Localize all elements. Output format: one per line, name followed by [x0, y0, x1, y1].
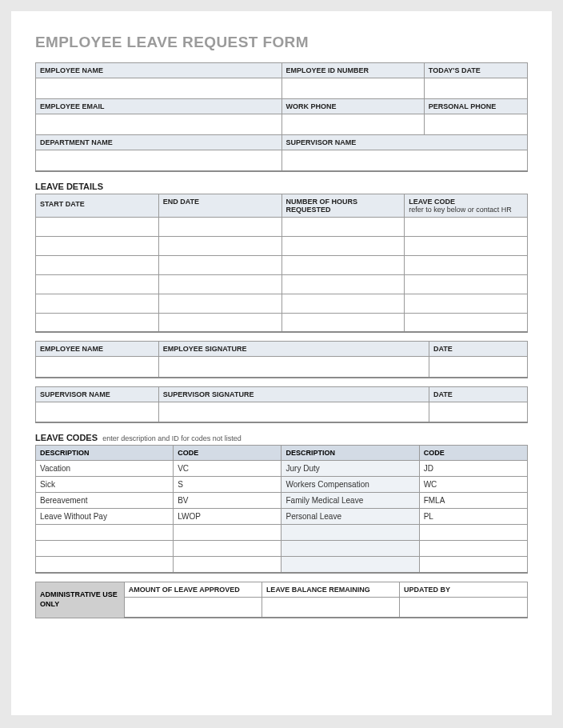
field-employee-email[interactable]	[36, 114, 282, 135]
code-code-cell[interactable]	[419, 557, 527, 573]
code-desc-cell[interactable]	[36, 525, 174, 541]
leave-row-cell[interactable]	[158, 217, 282, 236]
header-code-1: CODE	[174, 446, 282, 461]
label-department-name: DEPARTMENT NAME	[36, 135, 282, 150]
code-code-cell[interactable]	[174, 525, 282, 541]
leave-row-cell[interactable]	[36, 255, 159, 274]
form-title: EMPLOYEE LEAVE REQUEST FORM	[35, 34, 528, 51]
field-department-name[interactable]	[36, 150, 282, 171]
code-desc-cell[interactable]: Workers Compensation	[282, 477, 419, 493]
code-desc-cell[interactable]	[282, 541, 419, 557]
code-desc-cell[interactable]: Sick	[36, 477, 174, 493]
code-code-cell[interactable]: S	[174, 477, 282, 493]
employee-signature-table: EMPLOYEE NAME EMPLOYEE SIGNATURE DATE	[35, 341, 528, 378]
field-sup-name-sig[interactable]	[36, 402, 159, 422]
header-leave-code: LEAVE CODE refer to key below or contact…	[405, 194, 528, 217]
label-amount-approved: AMOUNT OF LEAVE APPROVED	[124, 582, 262, 597]
code-code-cell[interactable]: VC	[174, 461, 282, 477]
field-balance-remaining[interactable]	[262, 597, 399, 618]
label-employee-email: EMPLOYEE EMAIL	[36, 99, 282, 114]
leave-row-cell[interactable]	[36, 313, 159, 332]
code-code-cell[interactable]	[174, 557, 282, 573]
leave-row-cell[interactable]	[282, 313, 405, 332]
label-supervisor-name: SUPERVISOR NAME	[282, 135, 528, 150]
label-admin-use-only: ADMINISTRATIVE USE ONLY	[36, 582, 125, 618]
supervisor-signature-table: SUPERVISOR NAME SUPERVISOR SIGNATURE DAT…	[35, 386, 528, 424]
label-emp-sig-date: DATE	[429, 342, 528, 357]
leave-row-cell[interactable]	[36, 236, 159, 255]
field-employee-name[interactable]	[36, 78, 282, 99]
field-amount-approved[interactable]	[124, 597, 262, 618]
leave-row-cell[interactable]	[282, 217, 405, 236]
code-code-cell[interactable]	[419, 525, 527, 541]
leave-row-cell[interactable]	[36, 274, 159, 294]
code-code-cell[interactable]: FMLA	[419, 493, 527, 509]
label-emp-name-sig: EMPLOYEE NAME	[36, 342, 159, 357]
field-personal-phone[interactable]	[424, 114, 527, 135]
label-balance-remaining: LEAVE BALANCE REMAINING	[262, 582, 399, 597]
header-hours-requested: NUMBER OF HOURS REQUESTED	[282, 194, 405, 217]
leave-row-cell[interactable]	[158, 255, 282, 274]
code-desc-cell[interactable]: Family Medical Leave	[282, 493, 419, 509]
code-code-cell[interactable]: WC	[419, 477, 527, 493]
leave-row-cell[interactable]	[282, 236, 405, 255]
leave-codes-hint: enter description and ID for codes not l…	[102, 434, 242, 442]
leave-row-cell[interactable]	[405, 313, 528, 332]
code-desc-cell[interactable]	[36, 557, 174, 573]
field-sup-signature[interactable]	[158, 402, 429, 422]
label-work-phone: WORK PHONE	[282, 99, 424, 114]
leave-row-cell[interactable]	[282, 274, 405, 294]
field-sup-sig-date[interactable]	[429, 402, 528, 422]
code-desc-cell[interactable]	[36, 541, 174, 557]
code-desc-cell[interactable]	[282, 525, 419, 541]
code-desc-cell[interactable]: Jury Duty	[282, 461, 419, 477]
leave-details-table: START DATE END DATE NUMBER OF HOURS REQU…	[35, 194, 528, 334]
code-code-cell[interactable]: JD	[419, 461, 527, 477]
code-desc-cell[interactable]	[282, 557, 419, 573]
leave-row-cell[interactable]	[405, 217, 528, 236]
label-todays-date: TODAY'S DATE	[424, 63, 527, 78]
employee-info-table: EMPLOYEE NAME EMPLOYEE ID NUMBER TODAY'S…	[35, 62, 528, 172]
field-todays-date[interactable]	[424, 78, 527, 99]
leave-row-cell[interactable]	[158, 294, 282, 313]
label-personal-phone: PERSONAL PHONE	[424, 99, 527, 114]
section-leave-details-title: LEAVE DETAILS	[35, 182, 528, 191]
leave-row-cell[interactable]	[158, 236, 282, 255]
field-supervisor-name[interactable]	[282, 150, 528, 171]
field-updated-by[interactable]	[400, 597, 528, 618]
code-code-cell[interactable]: LWOP	[174, 509, 282, 525]
label-employee-name: EMPLOYEE NAME	[36, 63, 282, 78]
leave-row-cell[interactable]	[405, 236, 528, 255]
header-leave-code-label: LEAVE CODE	[409, 198, 455, 206]
leave-row-cell[interactable]	[158, 274, 282, 294]
field-emp-sig-date[interactable]	[429, 357, 528, 378]
leave-row-cell[interactable]	[158, 313, 282, 332]
header-desc-2: DESCRIPTION	[282, 446, 419, 461]
code-code-cell[interactable]	[174, 541, 282, 557]
leave-row-cell[interactable]	[36, 294, 159, 313]
leave-row-cell[interactable]	[282, 255, 405, 274]
header-code-2: CODE	[419, 446, 527, 461]
field-emp-name-sig[interactable]	[36, 357, 159, 378]
leave-row-cell[interactable]	[405, 255, 528, 274]
form-page: EMPLOYEE LEAVE REQUEST FORM EMPLOYEE NAM…	[11, 11, 552, 715]
leave-row-cell[interactable]	[36, 217, 159, 236]
leave-row-cell[interactable]	[282, 294, 405, 313]
label-sup-name-sig: SUPERVISOR NAME	[36, 386, 159, 402]
code-code-cell[interactable]: PL	[419, 509, 527, 525]
code-code-cell[interactable]: BV	[174, 493, 282, 509]
code-desc-cell[interactable]: Bereavement	[36, 493, 174, 509]
label-sup-sig-date: DATE	[429, 386, 528, 402]
field-employee-id[interactable]	[282, 78, 424, 99]
leave-row-cell[interactable]	[405, 274, 528, 294]
code-desc-cell[interactable]: Leave Without Pay	[36, 509, 174, 525]
field-work-phone[interactable]	[282, 114, 424, 135]
code-code-cell[interactable]	[419, 541, 527, 557]
code-desc-cell[interactable]: Personal Leave	[282, 509, 419, 525]
leave-codes-table: DESCRIPTION CODE DESCRIPTION CODE Vacati…	[35, 445, 528, 574]
code-desc-cell[interactable]: Vacation	[36, 461, 174, 477]
label-emp-signature: EMPLOYEE SIGNATURE	[158, 342, 429, 357]
field-emp-signature[interactable]	[158, 357, 429, 378]
label-sup-signature: SUPERVISOR SIGNATURE	[158, 386, 429, 402]
leave-row-cell[interactable]	[405, 294, 528, 313]
